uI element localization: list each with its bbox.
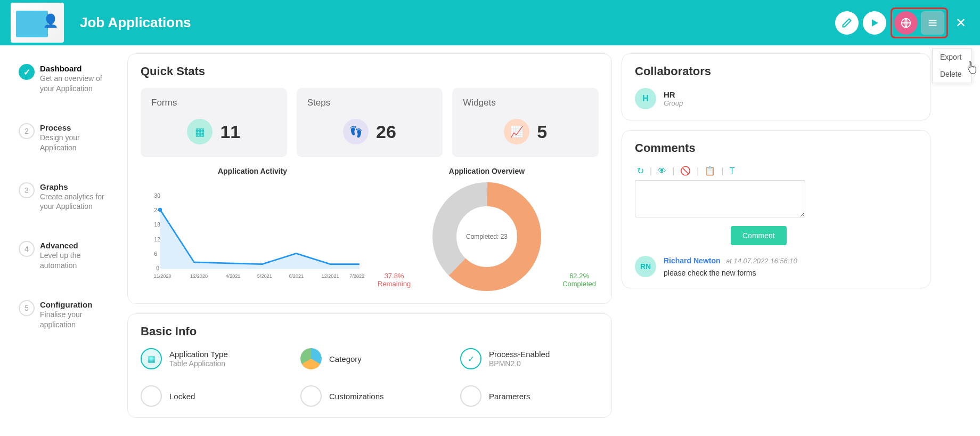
collaborator-type: Group (664, 99, 683, 107)
step-number: 4 (19, 241, 35, 257)
stat-forms: Forms ▦ 11 (141, 88, 287, 157)
area-chart-svg: 302418 1260 11/202012/20204/2021 5/20216… (141, 181, 364, 287)
sidebar-step-process[interactable]: 2 Process Design your Application (19, 123, 118, 153)
eye-off-icon[interactable]: 🚫 (678, 165, 693, 177)
step-desc: Finalise your application (40, 310, 118, 330)
sidebar-step-graphs[interactable]: 3 Graphs Create analytics for your Appli… (19, 182, 118, 212)
svg-text:12: 12 (154, 237, 161, 243)
donut-label-remaining: 37.8%Remaining (378, 272, 411, 288)
close-button[interactable]: ✕ (952, 15, 969, 30)
forms-icon: ▦ (187, 119, 213, 144)
pencil-icon (842, 18, 852, 28)
overview-chart: Application Overview Completed: 23 37.8%… (375, 167, 599, 293)
parameters-icon (460, 385, 481, 407)
svg-text:7/2022: 7/2022 (349, 273, 364, 279)
svg-text:12/2020: 12/2020 (190, 273, 208, 279)
globe-button[interactable] (894, 11, 918, 35)
step-desc: Design your Application (40, 133, 118, 153)
info-category: Category (300, 348, 439, 369)
comment-submit-button[interactable]: Comment (731, 226, 787, 245)
app-logo (11, 3, 64, 43)
chart-title: Application Overview (375, 167, 599, 175)
collaborator-item[interactable]: H HR Group (635, 88, 917, 109)
info-customizations: Customizations (300, 385, 439, 407)
step-title: Advanced (40, 241, 118, 250)
cursor-icon (966, 61, 977, 78)
info-parameters: Parameters (460, 385, 599, 407)
step-number: 5 (19, 300, 35, 316)
svg-point-11 (158, 208, 162, 212)
avatar: H (635, 88, 656, 109)
step-title: Configuration (40, 300, 118, 309)
svg-text:4/2021: 4/2021 (226, 273, 241, 279)
donut-center-label: Completed: 23 (466, 233, 508, 240)
page-title: Job Applications (80, 14, 191, 31)
step-desc: Get an overview of your Application (40, 74, 118, 94)
quick-stats-card: Quick Stats Forms ▦ 11 Steps 👣 26 (127, 53, 612, 304)
app-header: Job Applications ✕ (0, 0, 980, 45)
menu-icon (927, 17, 938, 29)
highlighted-actions (891, 7, 948, 38)
wizard-sidebar: Dashboard Get an overview of your Applic… (8, 53, 118, 418)
comment-toolbar: ↻| 👁| 🚫| 📋| T (635, 165, 917, 177)
svg-text:5/2021: 5/2021 (257, 273, 272, 279)
step-title: Process (40, 123, 118, 132)
stat-value: 5 (537, 122, 547, 142)
hamburger-menu-button[interactable] (921, 11, 944, 35)
donut-label-completed: 62.2%Completed (562, 272, 596, 288)
sidebar-step-dashboard[interactable]: Dashboard Get an overview of your Applic… (19, 64, 118, 94)
svg-text:18: 18 (154, 222, 161, 228)
clipboard-icon[interactable]: 📋 (703, 165, 717, 177)
step-title: Dashboard (40, 64, 118, 73)
card-title: Comments (635, 141, 917, 155)
widgets-icon: 📈 (504, 119, 529, 144)
comment-entry: RN Richard Newton at 14.07.2022 16:56:10… (635, 256, 917, 277)
table-icon: ▦ (141, 348, 162, 369)
stat-value: 11 (220, 122, 240, 142)
step-title: Graphs (40, 182, 118, 191)
collaborator-name: HR (664, 90, 683, 99)
collaborators-card: Collaborators H HR Group (622, 53, 930, 120)
card-title: Quick Stats (141, 64, 599, 78)
activity-chart: Application Activity 302418 1260 11/2020… (141, 167, 364, 293)
basic-info-card: Basic Info ▦ Application Type Table Appl… (127, 313, 612, 418)
play-icon (869, 18, 880, 28)
steps-icon: 👣 (343, 119, 369, 144)
step-number: 2 (19, 123, 35, 139)
step-desc: Create analytics for your Application (40, 192, 118, 212)
edit-button[interactable] (835, 11, 859, 35)
text-icon[interactable]: T (728, 165, 737, 177)
stat-steps: Steps 👣 26 (297, 88, 443, 157)
eye-icon[interactable]: 👁 (656, 165, 668, 177)
globe-icon (900, 17, 912, 29)
step-check-icon (19, 64, 35, 80)
card-title: Collaborators (635, 64, 917, 78)
comment-author: Richard Newton (664, 256, 721, 265)
play-button[interactable] (863, 11, 886, 35)
comment-time: at 14.07.2022 16:56:10 (726, 257, 797, 265)
category-icon (300, 348, 322, 369)
lock-icon (141, 385, 162, 407)
comments-card: Comments ↻| 👁| 🚫| 📋| T Comment RN Richar… (622, 130, 930, 288)
stat-label: Steps (307, 98, 432, 108)
chart-title: Application Activity (141, 167, 364, 175)
sidebar-step-advanced[interactable]: 4 Advanced Level up the automation (19, 241, 118, 271)
refresh-icon[interactable]: ↻ (635, 165, 646, 177)
stat-label: Forms (151, 98, 276, 108)
comment-input[interactable] (635, 180, 805, 217)
stat-label: Widgets (463, 98, 588, 108)
comment-text: please check the new forms (664, 269, 797, 277)
svg-text:30: 30 (154, 193, 161, 199)
svg-text:11/2020: 11/2020 (154, 273, 172, 279)
svg-text:6/2021: 6/2021 (289, 273, 304, 279)
step-desc: Level up the automation (40, 251, 118, 271)
avatar: RN (635, 256, 656, 277)
svg-text:0: 0 (156, 265, 159, 271)
sidebar-step-configuration[interactable]: 5 Configuration Finalise your applicatio… (19, 300, 118, 330)
info-process-enabled: ✓ Process-Enabled BPMN2.0 (460, 348, 599, 369)
step-number: 3 (19, 182, 35, 198)
check-icon: ✓ (460, 348, 481, 369)
svg-text:12/2021: 12/2021 (322, 273, 339, 279)
customize-icon (300, 385, 322, 407)
info-application-type: ▦ Application Type Table Application (141, 348, 279, 369)
